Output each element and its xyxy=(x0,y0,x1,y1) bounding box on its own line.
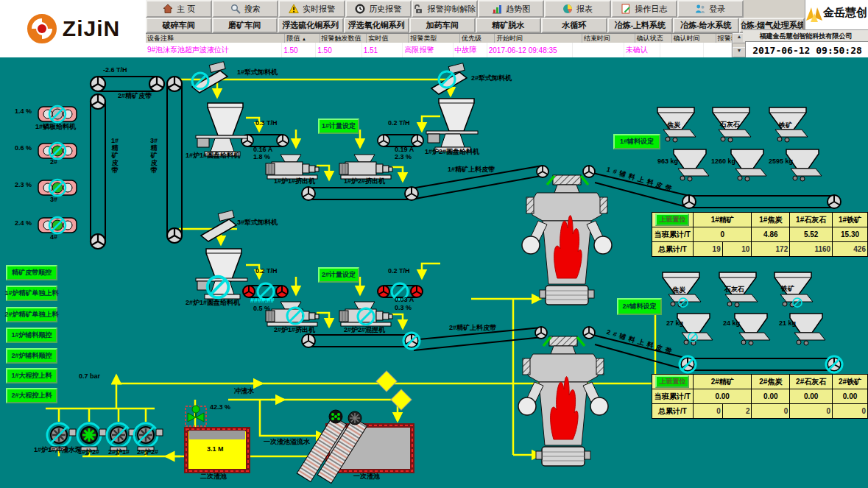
slag-pump-3[interactable] xyxy=(107,423,135,450)
unloader1-label: 1#犁式卸料机 xyxy=(237,68,278,77)
slag-pump-4[interactable] xyxy=(134,423,163,450)
furnace1-aux-seq-button[interactable]: 1#炉辅料顺控 xyxy=(6,328,57,343)
shift-value: 0.00 xyxy=(790,389,833,404)
furnace2-aux-seq-button[interactable]: 2#炉辅料顺控 xyxy=(6,348,57,364)
menu-realtime-alarm[interactable]: 实时报警 xyxy=(278,0,345,18)
weigh-hopper-1c xyxy=(786,149,822,181)
flow-diamond xyxy=(391,389,412,410)
history-alarm-icon xyxy=(355,4,365,14)
amp-12: 0.19 A xyxy=(395,146,414,153)
log-icon xyxy=(621,4,631,14)
tab-smelt-feeding[interactable]: 冶炼-上料系统 xyxy=(607,18,674,33)
feed-belt1-label: 1#精矿上料皮带 xyxy=(448,165,495,174)
scroll-down-icon[interactable]: ▼ xyxy=(733,47,746,57)
total-value: 10 xyxy=(722,242,752,257)
furnace1-totals-table: 上班置位1#精矿1#焦炭1#石灰石1#铁矿当班累计/T04.865.5215.3… xyxy=(652,212,868,257)
menu-alarm-suppress-release[interactable]: 报警抑制解除 xyxy=(412,0,478,18)
menu-report[interactable]: 报表 xyxy=(544,0,610,18)
tab-dewatering[interactable]: 精矿脱水 xyxy=(476,18,542,33)
alarm-device: 9#泡沫泵池超声波液位计 xyxy=(146,43,282,57)
furnace-1[interactable] xyxy=(522,175,612,305)
row-label: 总累计/T xyxy=(652,404,694,419)
extruder21-label: 2#炉1#挤出机 xyxy=(274,325,315,335)
col-header: 2#铁矿 xyxy=(833,375,868,389)
shift-value: 4.86 xyxy=(752,227,790,242)
home-icon xyxy=(163,4,173,14)
apron-feeder-2[interactable] xyxy=(38,143,77,159)
login-icon xyxy=(695,4,705,14)
aux1-setpoint-button[interactable]: 1#辅料设定 xyxy=(613,134,660,149)
tab-dosing[interactable]: 加药车间 xyxy=(409,18,476,33)
furnace-2[interactable] xyxy=(518,336,608,466)
furnace2-concentrate-feed-button[interactable]: 2#炉精矿单独上料 xyxy=(6,307,57,322)
kneader-2-2[interactable] xyxy=(339,302,392,326)
total-value: 1160 xyxy=(790,242,833,257)
reset-cell[interactable]: 上班置位 xyxy=(652,213,694,227)
menu-search[interactable]: 搜索 xyxy=(212,0,278,18)
pump1-label: 1#炉1#冲渣水泵 xyxy=(34,445,82,455)
menu-trend[interactable]: 趋势图 xyxy=(478,0,544,18)
tab-water-cycle[interactable]: 水循环 xyxy=(541,18,607,33)
col-header: 2#焦炭 xyxy=(752,375,790,389)
aux2-setpoint-button[interactable]: 2#辅料设定 xyxy=(617,298,662,315)
feeder2-label: 2# xyxy=(50,158,57,166)
hopper-lime2-label: 石灰石 xyxy=(724,285,744,294)
report-icon xyxy=(562,4,573,14)
weigh-hopper-2c xyxy=(790,314,825,345)
alarm-end xyxy=(573,43,624,57)
tab-smelt-water[interactable]: 冶炼-给水系统 xyxy=(673,18,739,33)
realtime-alarm-icon xyxy=(289,4,299,14)
program1-feed-button[interactable]: 1#大程控上料 xyxy=(6,368,57,383)
pct-12: 2.3 % xyxy=(395,153,412,160)
shift-reset-button[interactable]: 上班置位 xyxy=(655,375,689,388)
scada-screen: ZiJiN 主 页 搜索 实时报警 历史报警 报警抑制解除 xyxy=(0,0,868,488)
unlock-icon xyxy=(413,4,423,14)
feeder1-pct: 1.4 % xyxy=(15,107,32,115)
tab-crushing[interactable]: 破碎车间 xyxy=(146,18,212,33)
alarm-row[interactable]: 9#泡沫泵池超声波液位计 1.50 1.50 1.51 高限报警 中故障 201… xyxy=(146,43,732,57)
hopper-2 xyxy=(439,99,474,131)
shift-reset-button[interactable]: 上班置位 xyxy=(655,213,689,226)
apron-feeder-3[interactable] xyxy=(38,180,77,196)
feeder4-pct: 2.4 % xyxy=(15,219,32,227)
rate-12: 0.2 T/H xyxy=(388,119,410,127)
meter2-setpoint-button[interactable]: 2#计量设定 xyxy=(318,267,359,283)
menu-operation-log[interactable]: 操作日志 xyxy=(611,0,677,18)
brand-name: ZiJiN xyxy=(63,16,120,41)
menu-history-alarm[interactable]: 历史报警 xyxy=(345,0,412,18)
plow-unloader-3[interactable] xyxy=(201,211,236,241)
program2-feed-button[interactable]: 2#大程控上料 xyxy=(6,388,57,403)
tab-grinding[interactable]: 磨矿车间 xyxy=(212,18,278,33)
unloader2-label: 2#犁式卸料机 xyxy=(471,74,512,83)
weigh-hopper-2b xyxy=(735,314,770,345)
apron-feeder-1[interactable] xyxy=(38,106,77,122)
extruder-1-1[interactable] xyxy=(266,155,319,179)
tank2-label: 二次渣池 xyxy=(200,472,227,481)
alarm-limit: 1.50 xyxy=(282,43,316,57)
menu-home[interactable]: 主 页 xyxy=(146,0,212,18)
valve-pct: 42.3 % xyxy=(210,403,230,411)
apron-feeder-4[interactable] xyxy=(38,217,77,233)
header-bar: ZiJiN 主 页 搜索 实时报警 历史报警 报警抑制解除 xyxy=(0,0,868,57)
alarm-list-header: 设备注释 限值 ▲ 报警触发数值 实时值 报警类型 优先级 开始时间 结束时间 … xyxy=(146,33,745,43)
pressure-label: 0.7 bar xyxy=(79,372,100,380)
concentrate-belt-seq-button[interactable]: 精矿皮带顺控 xyxy=(6,265,57,280)
shift-value: 5.52 xyxy=(790,227,833,242)
tab-flotation-sulfide[interactable]: 浮选硫化铜系列 xyxy=(278,18,344,33)
belt3-label: 3#精矿皮带 xyxy=(149,137,159,174)
extruder-1-2[interactable] xyxy=(339,155,392,179)
row-label: 总累计/T xyxy=(652,242,694,257)
reset-cell[interactable]: 上班置位 xyxy=(652,375,694,389)
process-diagram: -2.6 T/H2#精矿皮带1#精矿皮带3#精矿皮带1.4 %1#鳞板给料机0.… xyxy=(0,57,868,488)
tab-flotation-oxide[interactable]: 浮选氧化铜系列 xyxy=(344,18,410,33)
feeder4-label: 4# xyxy=(50,233,57,241)
pct-11: 1.8 % xyxy=(253,153,270,160)
lime1-weight: 1260 kg xyxy=(711,158,735,165)
menu-login[interactable]: 登录 xyxy=(677,0,744,18)
furnace1-concentrate-feed-button[interactable]: 1#炉精矿单独上料 xyxy=(6,286,57,301)
meter1-setpoint-button[interactable]: 1#计量设定 xyxy=(318,119,359,134)
rate-22: 0.2 T/H xyxy=(388,267,410,275)
pct-22: 0.3 % xyxy=(395,304,412,311)
pump3-label: 2#炉1# xyxy=(108,448,130,457)
amp-11: 0.16 A xyxy=(253,146,272,153)
